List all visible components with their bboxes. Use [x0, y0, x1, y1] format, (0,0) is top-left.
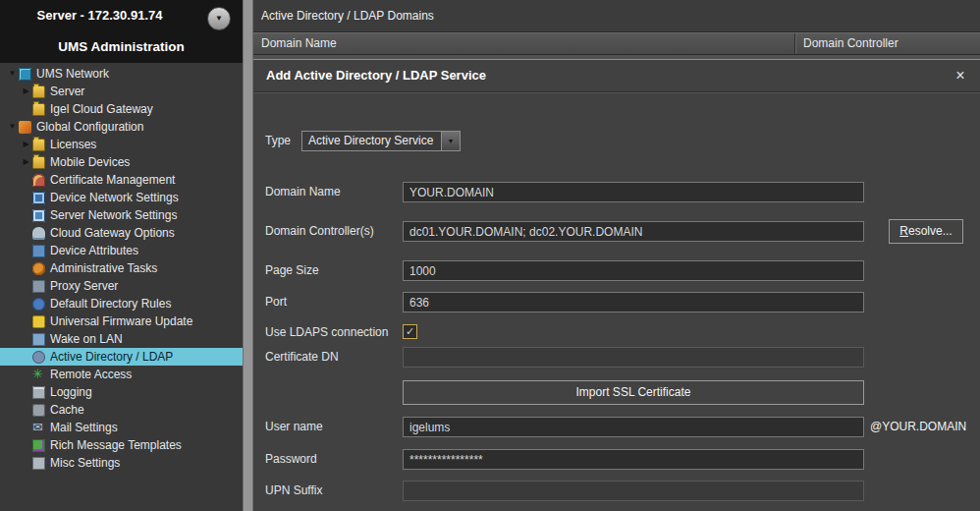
sidebar-item-label: Logging — [50, 385, 92, 399]
sidebar-item-label: Default Directory Rules — [50, 297, 171, 311]
chevron-down-icon[interactable]: ▼ — [441, 132, 460, 150]
upn-suffix-label: UPN Suffix — [265, 481, 322, 501]
domains-table-header: Domain Name Domain Controller — [253, 32, 980, 55]
sidebar-item-label: Wake on LAN — [50, 332, 123, 346]
user-name-domain-suffix: @YOUR.DOMAIN — [870, 417, 966, 437]
sidebar-item-active-directory-ldap[interactable]: Active Directory / LDAP — [0, 348, 243, 366]
domain-name-row: Domain Name — [253, 182, 980, 202]
folder-icon — [32, 85, 45, 98]
remote-icon — [32, 369, 45, 381]
certificate-dn-label: Certificate DN — [265, 347, 339, 368]
ums-administration-title: UMS Administration — [0, 39, 243, 54]
sidebar-item-licenses[interactable]: ▶Licenses — [0, 136, 243, 153]
close-icon[interactable]: × — [951, 60, 970, 91]
tasks-icon — [32, 262, 45, 275]
type-dropdown-value: Active Directory Service — [302, 132, 441, 150]
expand-arrow-icon[interactable]: ▶ — [20, 153, 32, 171]
sidebar-item-mobile-devices[interactable]: ▶Mobile Devices — [0, 153, 243, 171]
sidebar-item-universal-firmware-update[interactable]: Universal Firmware Update — [0, 312, 243, 330]
collapse-arrow-icon[interactable]: ▼ — [6, 65, 19, 83]
sidebar-item-proxy-server[interactable]: Proxy Server — [0, 277, 243, 295]
folder-icon — [32, 103, 45, 116]
breadcrumb: Active Directory / LDAP Domains — [261, 0, 434, 31]
sidebar-item-igel-cloud-gateway[interactable]: Igel Cloud Gateway — [0, 100, 243, 118]
sidebar-item-default-directory-rules[interactable]: Default Directory Rules — [0, 295, 243, 312]
ldaps-label: Use LDAPS connection — [265, 322, 388, 343]
sidebar-item-label: Device Attributes — [50, 244, 138, 257]
mail-icon — [32, 422, 45, 434]
navigation-tree: ▼UMS Network▶ServerIgel Cloud Gateway▼Gl… — [0, 65, 243, 472]
domain-name-input[interactable] — [403, 182, 864, 202]
expand-arrow-icon[interactable]: ▶ — [20, 83, 32, 100]
sidebar-item-administrative-tasks[interactable]: Administrative Tasks — [0, 259, 243, 277]
certificate-icon — [32, 174, 45, 187]
server-selector-dropdown[interactable]: ▼ — [207, 7, 231, 30]
sidebar-item-ums-network[interactable]: ▼UMS Network — [0, 65, 243, 83]
network-icon — [19, 68, 31, 81]
resolve-button-label: Resolve... — [890, 220, 962, 243]
sidebar-item-device-attributes[interactable]: Device Attributes — [0, 242, 243, 259]
import-ssl-certificate-button[interactable]: Import SSL Certificate — [403, 380, 864, 405]
device-network-icon — [32, 192, 45, 204]
expand-arrow-icon[interactable]: ▶ — [20, 136, 32, 153]
type-row: Type Active Directory Service ▼ — [253, 131, 980, 151]
folder-icon — [32, 139, 45, 151]
sidebar-item-label: Universal Firmware Update — [50, 314, 192, 328]
column-header-domain-controller[interactable]: Domain Controller — [795, 33, 980, 54]
templates-icon — [32, 439, 45, 452]
type-dropdown[interactable]: Active Directory Service ▼ — [301, 131, 461, 151]
column-header-domain-name[interactable]: Domain Name — [253, 33, 795, 54]
logging-icon — [32, 386, 45, 399]
sidebar: Server - 172.30.91.74 ▼ UMS Administrati… — [0, 0, 243, 511]
collapse-arrow-icon[interactable]: ▼ — [6, 118, 19, 136]
sidebar-item-mail-settings[interactable]: Mail Settings — [0, 419, 243, 436]
upn-suffix-input[interactable] — [403, 481, 864, 501]
server-title: Server - 172.30.91.74 — [0, 8, 199, 23]
domain-controllers-label: Domain Controller(s) — [265, 221, 374, 242]
sidebar-item-label: Global Configuration — [36, 120, 143, 134]
sidebar-item-global-configuration[interactable]: ▼Global Configuration — [0, 118, 243, 136]
sidebar-item-server-network-settings[interactable]: Server Network Settings — [0, 206, 243, 224]
domain-controllers-input[interactable] — [403, 221, 864, 242]
sidebar-item-server[interactable]: ▶Server — [0, 83, 243, 100]
page-size-input[interactable] — [403, 260, 864, 281]
sidebar-item-cloud-gateway-options[interactable]: Cloud Gateway Options — [0, 224, 243, 242]
sidebar-item-wake-on-lan[interactable]: Wake on LAN — [0, 330, 243, 348]
port-row: Port — [253, 292, 980, 312]
content-topbar: Active Directory / LDAP Domains — [253, 0, 980, 32]
sidebar-item-label: Proxy Server — [50, 279, 118, 293]
user-name-input[interactable] — [403, 417, 864, 437]
sidebar-item-label: Remote Access — [50, 368, 132, 381]
port-label: Port — [265, 292, 287, 312]
attributes-icon — [32, 245, 45, 257]
sidebar-item-label: Mobile Devices — [50, 155, 130, 169]
sidebar-item-rich-message-templates[interactable]: Rich Message Templates — [0, 436, 243, 454]
password-input[interactable] — [403, 449, 864, 470]
domain-name-label: Domain Name — [265, 182, 341, 202]
server-network-icon — [32, 209, 45, 222]
misc-icon — [32, 457, 45, 470]
sidebar-item-label: Device Network Settings — [50, 191, 179, 204]
rules-icon — [32, 298, 45, 311]
sidebar-item-label: Igel Cloud Gateway — [50, 102, 153, 116]
dialog-title: Add Active Directory / LDAP Service — [266, 60, 486, 91]
page-size-label: Page Size — [265, 260, 319, 281]
port-input[interactable] — [403, 292, 864, 312]
sidebar-item-logging[interactable]: Logging — [0, 383, 243, 401]
sidebar-item-device-network-settings[interactable]: Device Network Settings — [0, 189, 243, 206]
sidebar-item-label: Server Network Settings — [50, 208, 177, 222]
global-config-icon — [19, 121, 31, 134]
sidebar-item-label: Cloud Gateway Options — [50, 226, 175, 240]
sidebar-item-remote-access[interactable]: Remote Access — [0, 366, 243, 383]
sidebar-item-cache[interactable]: Cache — [0, 401, 243, 419]
sidebar-item-label: Cache — [50, 403, 84, 417]
certificate-dn-row: Certificate DN — [253, 347, 980, 368]
sidebar-splitter[interactable] — [243, 0, 253, 511]
import-ssl-button-label: Import SSL Certificate — [404, 381, 863, 404]
sidebar-item-misc-settings[interactable]: Misc Settings — [0, 454, 243, 472]
sidebar-item-certificate-management[interactable]: Certificate Management — [0, 171, 243, 189]
ldaps-checkbox[interactable] — [403, 324, 417, 339]
import-ssl-row: Import SSL Certificate — [253, 380, 980, 401]
resolve-button[interactable]: Resolve... — [889, 219, 963, 244]
certificate-dn-input[interactable] — [403, 347, 864, 368]
